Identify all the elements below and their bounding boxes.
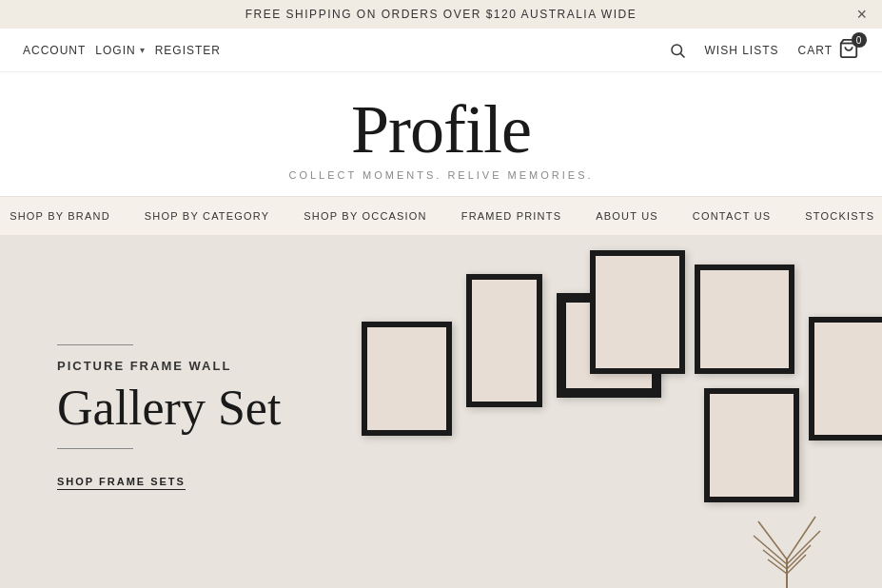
svg-line-11 [787, 555, 806, 574]
frame-6 [704, 388, 799, 502]
register-link[interactable]: REGISTER [155, 44, 221, 57]
wish-lists-label: WISH LISTS [705, 44, 779, 57]
login-dropdown[interactable]: LOGIN ▾ [95, 44, 145, 57]
header-left-links: ACCOUNT LOGIN ▾ REGISTER [23, 44, 221, 57]
cart-button[interactable]: CART 0 [798, 38, 859, 62]
nav-item-shop-by-category[interactable]: SHOP BY CATEGORY [127, 197, 286, 235]
hero-cta-button[interactable]: SHOP FRAME SETS [57, 476, 186, 490]
announcement-bar: FREE SHIPPING ON ORDERS OVER $120 AUSTRA… [0, 0, 882, 29]
chevron-down-icon: ▾ [140, 45, 146, 55]
cart-count-badge: 0 [852, 32, 867, 48]
frame-2-photo [472, 280, 537, 402]
svg-line-6 [754, 536, 787, 564]
svg-line-7 [787, 531, 820, 564]
hero-title: Gallery Set [57, 381, 304, 435]
nav-item-shop-by-occasion[interactable]: SHOP BY OCCASION [286, 197, 443, 235]
hero-divider-top [57, 344, 133, 345]
nav-item-shop-by-brand[interactable]: SHOP BY BRAND [0, 197, 127, 235]
nav-item-framed-prints[interactable]: FRAMED PRINTS [444, 197, 578, 235]
hero-section: PICTURE FRAME WALL Gallery Set SHOP FRAM… [0, 236, 882, 588]
svg-line-5 [787, 517, 815, 559]
header-right-icons: WISH LISTS CART 0 [669, 38, 859, 62]
wish-lists-link[interactable]: WISH LISTS [705, 44, 779, 57]
site-logo[interactable]: Profile [0, 95, 882, 164]
frame-1 [362, 322, 452, 436]
decorative-plant [749, 502, 825, 588]
svg-line-9 [787, 545, 811, 569]
plant-icon [749, 502, 825, 588]
cart-label: CART [798, 44, 833, 57]
main-navigation: HOME SHOP BY BRAND SHOP BY CATEGORY SHOP… [0, 196, 882, 236]
frame-5-photo [700, 270, 789, 368]
nav-item-contact-us[interactable]: CONTACT US [676, 197, 789, 235]
frame-1-photo [367, 327, 446, 430]
hero-content: PICTURE FRAME WALL Gallery Set SHOP FRAM… [0, 306, 362, 527]
site-tagline: COLLECT MOMENTS. RELIVE MEMORIES. [0, 169, 882, 181]
account-link[interactable]: ACCOUNT [23, 44, 86, 57]
top-header: ACCOUNT LOGIN ▾ REGISTER WISH LISTS CART… [0, 29, 882, 72]
frame-gallery [362, 236, 882, 588]
search-button[interactable] [669, 42, 686, 59]
announcement-text: FREE SHIPPING ON ORDERS OVER $120 AUSTRA… [245, 8, 637, 21]
frame-7 [809, 317, 882, 441]
hero-gallery [362, 236, 882, 588]
hero-subtitle: PICTURE FRAME WALL [57, 359, 304, 373]
nav-item-stockists[interactable]: STOCKISTS [788, 197, 882, 235]
frame-4-photo [596, 256, 679, 368]
frame-7-photo [814, 323, 882, 435]
frame-5 [695, 265, 794, 374]
logo-section: Profile COLLECT MOMENTS. RELIVE MEMORIES… [0, 72, 882, 196]
nav-item-about-us[interactable]: ABOUT US [578, 197, 676, 235]
frame-2 [466, 274, 542, 407]
close-announcement-button[interactable]: × [856, 6, 867, 23]
svg-line-4 [758, 521, 787, 559]
frame-4 [590, 250, 685, 374]
svg-point-0 [672, 45, 682, 55]
frame-6-photo [710, 394, 794, 497]
login-label: LOGIN [95, 44, 135, 57]
svg-line-8 [763, 550, 787, 569]
cart-icon-wrap: 0 [838, 38, 859, 62]
hero-divider-bottom [57, 448, 133, 449]
svg-line-1 [680, 53, 684, 57]
search-icon [669, 42, 686, 59]
